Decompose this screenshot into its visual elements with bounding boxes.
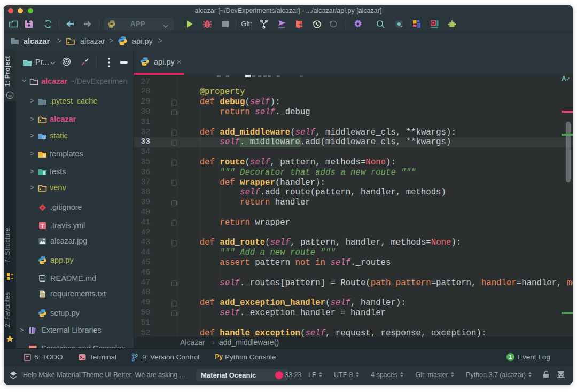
svg-text:M: M — [8, 93, 12, 98]
